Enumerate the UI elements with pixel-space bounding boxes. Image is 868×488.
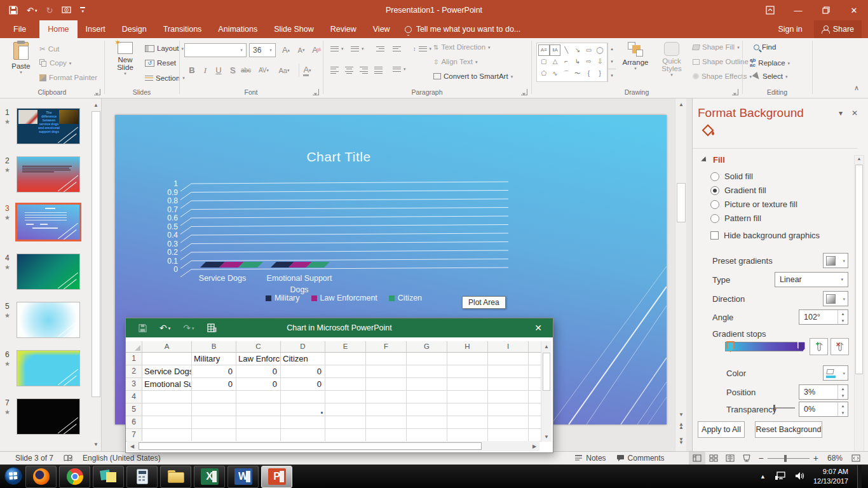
cell[interactable]: Law Enforcment (236, 353, 281, 365)
row-header-5[interactable]: 5 (126, 403, 142, 416)
character-spacing-button[interactable]: AV▾ (255, 64, 272, 77)
cell[interactable] (488, 378, 529, 391)
normal-view-button[interactable] (689, 452, 705, 465)
increase-indent-icon[interactable] (393, 44, 401, 53)
pane-close-icon[interactable]: ✕ (851, 109, 858, 118)
row-header-1[interactable]: 1 (126, 353, 142, 365)
shape-icon[interactable]: ⇨ (583, 56, 595, 67)
type-dropdown[interactable]: Linear▾ (775, 272, 848, 287)
cell[interactable] (488, 416, 529, 429)
shape-icon[interactable]: ⌐ (560, 56, 572, 67)
cell[interactable] (488, 391, 529, 403)
shapes-scroll[interactable]: ▴▾▾ (607, 43, 616, 82)
remove-gradient-stop-button[interactable] (831, 338, 849, 355)
column-header-C[interactable]: C (236, 341, 281, 353)
slide-show-button[interactable] (738, 452, 755, 465)
cell[interactable] (325, 403, 366, 416)
fit-to-window-icon[interactable] (848, 452, 864, 465)
font-size-combo[interactable]: 36▾ (249, 43, 276, 57)
cell[interactable] (366, 391, 407, 403)
cell[interactable] (488, 429, 529, 442)
cell[interactable] (447, 378, 488, 391)
tab-transitions[interactable]: Transitions (155, 20, 210, 38)
column-header-D[interactable]: D (281, 341, 325, 353)
shape-icon[interactable]: } (594, 67, 606, 80)
thumb-scroll-up-icon[interactable]: ▲ (91, 100, 101, 110)
scrollbar-thumb[interactable] (677, 183, 686, 222)
quick-styles-button[interactable]: Quick Styles▾ (654, 42, 689, 77)
cell[interactable] (407, 365, 447, 378)
chart-plot[interactable]: 10.90.80.70.60.50.40.30.20.10 (153, 179, 512, 280)
shape-icon[interactable]: △ (550, 56, 561, 67)
cell[interactable]: 0 (281, 378, 325, 391)
previous-slide-icon[interactable]: ▲▲ (676, 421, 686, 431)
cell[interactable] (142, 391, 192, 403)
arrange-button[interactable]: Arrange▾ (619, 42, 652, 71)
excel-hscroll-thumb[interactable] (139, 442, 482, 450)
save-icon[interactable] (139, 324, 147, 332)
shape-icon[interactable]: ∿ (550, 67, 561, 80)
shape-icon[interactable]: ▢ (538, 56, 550, 67)
cell[interactable] (142, 429, 192, 442)
cell[interactable] (281, 416, 325, 429)
slide-indicator[interactable]: Slide 3 of 7 (0, 452, 58, 465)
cell[interactable] (366, 416, 407, 429)
layout-button[interactable]: Layout▾ (145, 44, 184, 52)
cell[interactable] (447, 403, 488, 416)
shape-icon[interactable]: 〜 (572, 67, 583, 80)
legend-item[interactable]: Military (266, 294, 300, 302)
chart-legend[interactable]: MilitaryLaw EnforcmentCitizen (223, 294, 465, 302)
main-scrollbar[interactable]: ▲ ▼ ▲▲ ▼▼ (675, 98, 686, 451)
column-header-F[interactable]: F (366, 341, 407, 353)
cell[interactable] (529, 378, 542, 391)
cell[interactable] (236, 403, 281, 416)
spin-down-icon[interactable]: ▼ (838, 317, 848, 324)
column-header-A[interactable]: A (142, 341, 192, 353)
bold-button[interactable]: B (186, 64, 198, 77)
align-text-button[interactable]: ⇳Align Text▾ (433, 58, 478, 65)
close-button[interactable]: ✕ (840, 0, 868, 20)
cell[interactable] (325, 353, 366, 365)
shape-icon[interactable]: ⬠ (538, 67, 550, 80)
share-button[interactable]: Share (814, 20, 862, 38)
cell[interactable]: Emotional Support Dogs (142, 378, 192, 391)
position-spinner[interactable]: 3%▲▼ (799, 384, 848, 400)
cell[interactable] (488, 353, 529, 365)
find-button[interactable]: Find (754, 43, 776, 51)
zoom-level[interactable]: 68% (822, 452, 848, 465)
apply-to-all-button[interactable]: Apply to All (698, 421, 745, 438)
column-header-I[interactable]: I (488, 341, 529, 353)
select-all-corner[interactable] (126, 341, 142, 353)
italic-button[interactable]: I (199, 64, 212, 77)
clipboard-dialog-launcher[interactable] (94, 89, 100, 95)
slide-thumbnail-4[interactable] (17, 254, 80, 290)
network-icon[interactable] (775, 471, 786, 482)
taskbar-powerpoint[interactable]: P (261, 466, 292, 488)
grow-font-icon[interactable]: A▴ (280, 43, 292, 57)
transparency-slider[interactable] (773, 407, 795, 409)
cell[interactable] (236, 416, 281, 429)
shape-icon[interactable]: ↘ (572, 44, 583, 56)
angle-spinner[interactable]: 102°▲▼ (799, 309, 848, 325)
zoom-out-icon[interactable]: − (755, 452, 768, 465)
undo-icon[interactable]: ↶▾ (159, 323, 170, 332)
taskbar-file-explorer[interactable] (160, 466, 191, 488)
excel-close-icon[interactable]: ✕ (529, 318, 548, 337)
start-button[interactable] (4, 466, 23, 487)
justify-icon[interactable] (374, 65, 383, 76)
cell[interactable] (529, 416, 542, 429)
select-button[interactable]: Select▾ (754, 72, 787, 80)
customize-qat-icon[interactable]: ▾ (80, 7, 85, 13)
pane-scroll-up-icon[interactable]: ▲ (855, 156, 864, 161)
spin-down-icon[interactable]: ▼ (838, 392, 848, 399)
cell[interactable] (366, 353, 407, 365)
paste-button[interactable]: Paste▾ (6, 42, 36, 74)
shape-icon[interactable]: ⌒ (560, 67, 572, 80)
sign-in-link[interactable]: Sign in (778, 25, 802, 34)
cell[interactable] (407, 403, 447, 416)
cell[interactable] (325, 365, 366, 378)
reset-background-button[interactable]: Reset Background (755, 421, 822, 438)
cell[interactable] (447, 416, 488, 429)
zoom-in-icon[interactable]: + (810, 452, 822, 465)
scroll-down-icon[interactable]: ▼ (676, 409, 686, 419)
